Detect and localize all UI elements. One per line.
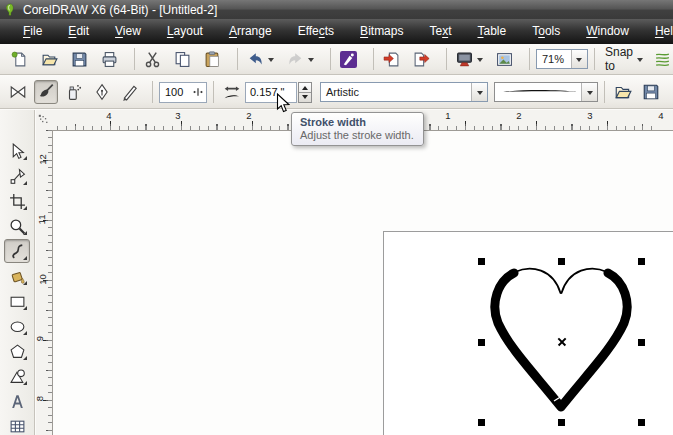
tooltip-title: Stroke width [300,116,414,128]
new-button[interactable] [8,48,30,70]
selection-handle[interactable] [478,258,485,265]
redo-button[interactable] [284,48,306,70]
welcome-screen-icon [496,51,513,68]
property-bar: 100 0.157 " Artistic [0,76,673,109]
selection-handle[interactable] [638,258,645,265]
selection-center-mark[interactable] [557,337,567,347]
title-bar: CorelDRAW X6 (64-Bit) - [Untitled-2] [0,0,673,20]
cut-icon [144,51,161,68]
zoom-level-combo[interactable]: 71% [536,49,588,69]
text-tool[interactable] [4,389,30,413]
spinner-up-button[interactable] [299,83,311,93]
table-tool[interactable] [4,414,30,435]
standard-toolbar: 71% Snap to [0,44,673,75]
search-content-icon [340,51,357,68]
browse-strokes-button[interactable] [611,80,635,104]
vertical-ruler[interactable]: 12111098 [36,130,53,435]
menu-effects[interactable]: Effects [285,19,347,44]
snap-to-dropdown[interactable] [635,48,645,70]
basic-shapes-tool[interactable] [4,364,30,388]
menu-bitmaps[interactable]: Bitmaps [347,19,416,44]
undo-button-dropdown[interactable] [266,48,276,70]
hruler-number: 2 [516,110,521,121]
vruler-number: 12 [37,154,48,165]
menu-edit[interactable]: Edit [55,19,102,44]
export-button[interactable] [410,48,432,70]
polygon-tool[interactable] [4,339,30,363]
selection-handle[interactable] [638,339,645,346]
stroke-width-spinner [298,82,312,103]
pick-tool-icon [9,143,26,160]
ruler-origin-corner[interactable] [36,110,53,131]
save-button[interactable] [68,48,90,70]
application-launcher-button-dropdown[interactable] [475,48,485,70]
snap-to-label[interactable]: Snap to [605,45,633,73]
stroke-width-button[interactable] [220,80,244,104]
paste-button[interactable] [201,48,223,70]
calligraphic-mode-button[interactable] [90,80,114,104]
smart-fill-tool-icon [9,268,26,285]
undo-button[interactable] [244,48,266,70]
copy-button[interactable] [171,48,193,70]
freehand-tool-icon [9,243,26,260]
selection-handle[interactable] [558,258,565,265]
mouse-cursor [276,93,290,114]
cut-button[interactable] [141,48,163,70]
toolbox [0,110,35,435]
application-launcher-button[interactable] [453,48,475,70]
selection-handle[interactable] [638,419,645,426]
brush-mode-button[interactable] [34,80,58,104]
zoom-tool-icon [9,218,26,235]
stroke-category-value: Artistic [321,86,471,98]
selection-handle[interactable] [558,419,565,426]
open-button[interactable] [38,48,60,70]
preset-mode-button[interactable] [6,80,30,104]
menu-items: FileEditViewLayoutArrangeEffectsBitmapsT… [10,19,673,44]
stroke-style-dropdown[interactable] [581,83,597,101]
crop-tool[interactable] [4,189,30,213]
welcome-screen-button[interactable] [493,48,515,70]
menu-file[interactable]: File [10,19,55,44]
freehand-smoothing-slider-icon[interactable] [192,86,204,98]
smart-fill-tool[interactable] [4,264,30,288]
zoom-tool[interactable] [4,214,30,238]
print-button[interactable] [98,48,120,70]
hruler-number: 3 [587,110,592,121]
toolbar-separator [237,48,238,70]
sprayer-mode-button[interactable] [62,80,86,104]
freehand-smoothing-field[interactable]: 100 [159,82,207,103]
zoom-level-dropdown[interactable] [571,50,587,68]
search-content-button[interactable] [337,48,359,70]
import-button[interactable] [380,48,402,70]
toolbar-separator [529,48,530,70]
menu-view[interactable]: View [102,19,154,44]
menu-table[interactable]: Table [465,19,520,44]
selection-handle[interactable] [478,339,485,346]
pressure-mode-button[interactable] [118,80,142,104]
text-tool-icon [9,393,26,410]
print-icon [101,51,118,68]
tapered-stroke-preview-icon [500,86,581,98]
menu-arrange[interactable]: Arrange [216,19,285,44]
options-button[interactable] [651,48,673,70]
redo-button-dropdown[interactable] [306,48,316,70]
menu-window[interactable]: Window [573,19,642,44]
stroke-category-dropdown[interactable] [471,83,487,101]
stroke-width-icon [223,83,241,101]
freehand-tool[interactable] [4,239,30,263]
shape-tool[interactable] [4,164,30,188]
menu-text[interactable]: Text [416,19,464,44]
rectangle-tool[interactable] [4,289,30,313]
pick-tool[interactable] [4,139,30,163]
tooltip-body: Adjust the stroke width. [300,129,414,141]
menu-help[interactable]: Help [642,19,673,44]
spinner-down-button[interactable] [299,93,311,102]
stroke-category-combo[interactable]: Artistic [320,82,488,102]
ellipse-tool[interactable] [4,314,30,338]
menu-layout[interactable]: Layout [154,19,216,44]
propbar-separator [152,81,153,103]
stroke-style-combo[interactable] [494,82,598,102]
selection-handle[interactable] [478,419,485,426]
menu-tools[interactable]: Tools [519,19,573,44]
save-stroke-button[interactable] [639,80,663,104]
